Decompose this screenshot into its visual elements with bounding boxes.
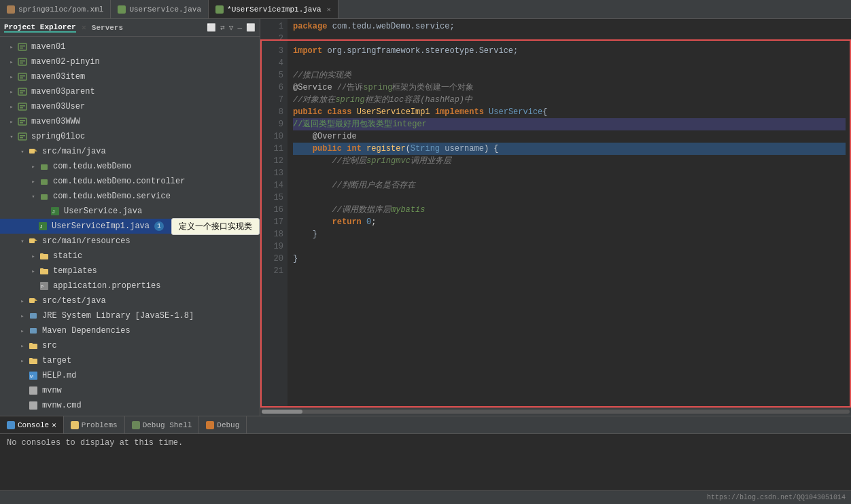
tab-bar: spring01loc/pom.xml UserService.java *Us… [0, 0, 851, 19]
line-number: 12 [260, 155, 283, 167]
tree-item[interactable]: JUserServiceImp1.java1定义一个接口实现类 [0, 219, 260, 234]
tab-pom[interactable]: spring01loc/pom.xml [0, 0, 111, 18]
tree-item[interactable]: JUserService.java [0, 204, 260, 219]
code-line [293, 167, 846, 179]
tree-item[interactable]: ▸com.tedu.webDemo.controller [0, 174, 260, 189]
line-number: 19 [260, 240, 283, 253]
svg-rect-4 [20, 60, 25, 62]
tab-userserviceimp1[interactable]: *UserServiceImp1.java ✕ [209, 0, 338, 18]
bottom-tab-debug[interactable]: Debug [199, 416, 247, 433]
tree-item[interactable]: ▸maven03WWW [0, 114, 260, 129]
svg-rect-38 [29, 298, 35, 303]
console-icon [7, 421, 15, 429]
tree-item[interactable]: ▸maven03parent [0, 84, 260, 99]
filter-icon[interactable]: ▽ [229, 23, 234, 32]
tree-arrow: ▾ [29, 193, 37, 200]
tree-item[interactable]: ▸Maven Dependencies [0, 323, 260, 338]
code-panel: 123456789101112131415161718192021 packag… [260, 19, 851, 416]
tree-item-icon [29, 236, 38, 246]
debug-icon [206, 421, 214, 429]
tree-item-badge: 1 [154, 221, 164, 231]
svg-rect-23 [41, 164, 48, 170]
tree-item[interactable]: mvnw [0, 383, 260, 398]
svg-marker-22 [35, 149, 37, 151]
tree-item[interactable]: ▸templates [0, 264, 260, 278]
tree-item-label: maven02-pinyin [31, 57, 100, 67]
tree-item[interactable]: ▸static [0, 249, 260, 264]
code-content[interactable]: package com.tedu.webDemo.service; import… [288, 19, 851, 408]
bottom-tab-label: Problems [82, 421, 118, 429]
tree-item[interactable]: ▸com.tedu.webDemo [0, 159, 260, 174]
code-line: //返回类型最好用包装类型integer [293, 118, 846, 130]
tree-item[interactable]: ▸maven01 [0, 39, 260, 54]
svg-rect-11 [20, 92, 23, 94]
panel-title-explorer[interactable]: Project Explorer [4, 23, 76, 33]
tree-item[interactable]: ▸target [0, 353, 260, 368]
scroll-thumb[interactable] [262, 410, 302, 414]
code-line-content [293, 192, 298, 204]
collapse-icon[interactable]: ⬜ [207, 23, 216, 32]
scroll-track[interactable] [262, 410, 850, 414]
tree-item[interactable]: mvnw.cmd [0, 398, 260, 413]
bottom-panel: Console ✕ProblemsDebug ShellDebug No con… [0, 416, 851, 490]
tree-item-label: maven03parent [31, 87, 95, 96]
tree-item-label: src/main/java [42, 147, 106, 156]
code-line-content [293, 265, 298, 277]
svg-rect-45 [29, 358, 33, 360]
project-tree: ▸maven01▸maven02-pinyin▸maven03item▸mave… [0, 37, 260, 416]
svg-rect-14 [20, 107, 23, 109]
line-number: 18 [260, 228, 283, 240]
line-number: 5 [260, 69, 283, 82]
bottom-tab-debug-shell[interactable]: Debug Shell [125, 416, 200, 433]
tree-item-icon [29, 296, 38, 306]
sync-icon[interactable]: ⇄ [220, 23, 225, 32]
bottom-tab-console[interactable]: Console ✕ [0, 416, 64, 433]
tree-item[interactable]: ▸src/test/java [0, 293, 260, 308]
tab-close-icon[interactable]: ✕ [327, 5, 331, 14]
minimize-icon[interactable]: — [237, 24, 242, 32]
tree-item-label: com.tedu.webDemo.service [53, 192, 171, 201]
code-line-content: //对象放在spring框架的ioc容器(hashMap)中 [293, 94, 472, 106]
tree-arrow: ▸ [7, 58, 16, 66]
maximize-icon[interactable]: ⬜ [246, 23, 256, 32]
horizontal-scrollbar[interactable] [260, 408, 851, 416]
tree-item[interactable]: ▸maven03item [0, 69, 260, 84]
code-line [293, 57, 846, 69]
tree-item-icon [18, 57, 27, 67]
code-line: import org.springframework.stereotype.Se… [293, 45, 846, 57]
tree-arrow: ▸ [29, 268, 37, 275]
tree-item-label: HELP.md [42, 371, 76, 380]
code-line: //调用数据库层mybatis [293, 204, 846, 216]
bottom-tabs: Console ✕ProblemsDebug ShellDebug [0, 416, 851, 434]
tab-userservice[interactable]: UserService.java [111, 0, 209, 18]
tree-item[interactable]: ▾src/main/java [0, 144, 260, 159]
tree-item[interactable]: ▸src [0, 338, 260, 353]
tree-item-icon [39, 177, 49, 186]
tree-item[interactable]: ▾spring01loc [0, 129, 260, 144]
tree-item[interactable]: MHELP.md [0, 368, 260, 383]
line-numbers: 123456789101112131415161718192021 [260, 19, 288, 408]
tree-item[interactable]: ▾com.tedu.webDemo.service [0, 189, 260, 204]
tab-icon-pom [7, 5, 15, 14]
tree-arrow: ▸ [29, 253, 37, 260]
tree-item[interactable]: ▸maven02-pinyin [0, 54, 260, 69]
svg-rect-2 [20, 48, 23, 49]
tree-item[interactable]: ▾src/main/resources [0, 234, 260, 249]
code-line: } [293, 228, 846, 240]
tree-item-icon [39, 162, 49, 171]
code-editor: 123456789101112131415161718192021 packag… [260, 19, 851, 408]
bottom-tab-problems[interactable]: Problems [64, 416, 125, 433]
tree-item-label: UserService.java [64, 206, 142, 216]
bottom-tab-label: Debug [217, 421, 239, 429]
main-area: Project Explorer ✕ Servers ⬜ ⇄ ▽ — ⬜ ▸ma… [0, 19, 851, 416]
svg-rect-7 [20, 75, 25, 77]
tree-item[interactable]: Papplication.properties [0, 278, 260, 293]
tree-item[interactable]: ▸JRE System Library [JavaSE-1.8] [0, 308, 260, 323]
line-number: 13 [260, 167, 283, 179]
code-line [293, 265, 846, 277]
bottom-tab-close[interactable]: ✕ [52, 420, 56, 429]
svg-rect-25 [41, 194, 48, 200]
svg-rect-35 [40, 268, 44, 270]
panel-title-servers[interactable]: Servers [92, 24, 123, 32]
tree-item[interactable]: ▸maven03User [0, 99, 260, 114]
